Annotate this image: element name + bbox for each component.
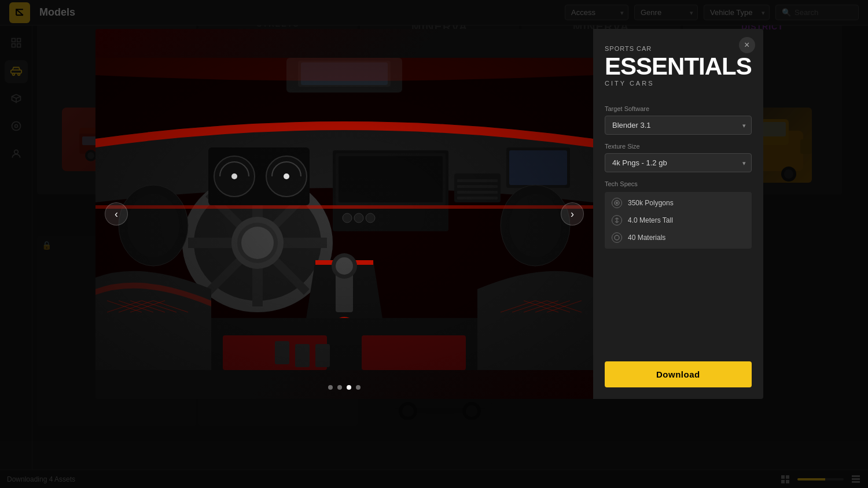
texture-size-wrapper: 4k Pngs - 1.2 gb 2k Pngs - 600 mb 1k Png… — [605, 153, 752, 172]
carousel-dot-2[interactable] — [337, 385, 342, 390]
car-interior-image — [95, 58, 593, 370]
carousel-dot-1[interactable] — [328, 385, 333, 390]
product-subtitle: Sports Car — [605, 45, 752, 52]
height-value: 4.0 Meters Tall — [628, 216, 673, 224]
modal-overlay: ‹ › × Sports Car ESSENTIALS CITY CARS Ta… — [0, 0, 868, 488]
materials-value: 40 Materials — [628, 234, 665, 242]
product-category: CITY CARS — [605, 80, 752, 87]
polygons-value: 350k Polygons — [628, 199, 674, 207]
target-software-label: Target Software — [605, 105, 752, 112]
tech-spec-polygons: 350k Polygons — [605, 194, 752, 212]
close-icon: × — [744, 40, 749, 50]
tech-specs-label: Tech Specs — [605, 180, 752, 187]
polygons-icon — [612, 198, 622, 208]
modal-image-bg — [95, 29, 593, 399]
tech-specs-box: 350k Polygons 4.0 Meters Tall 40 Materia… — [605, 192, 752, 249]
texture-size-select[interactable]: 4k Pngs - 1.2 gb 2k Pngs - 600 mb 1k Png… — [605, 153, 752, 172]
carousel-next-button[interactable]: › — [561, 202, 584, 225]
chevron-right-icon: › — [571, 208, 574, 220]
texture-size-label: Texture Size — [605, 143, 752, 150]
svg-point-110 — [616, 202, 618, 204]
carousel-dot-3[interactable] — [347, 385, 351, 390]
carousel-dot-4[interactable] — [356, 385, 361, 390]
target-software-wrapper: Blender 3.1 Unity Unreal Engine Cinema 4… — [605, 116, 752, 135]
svg-point-112 — [615, 235, 619, 240]
target-software-select[interactable]: Blender 3.1 Unity Unreal Engine Cinema 4… — [605, 116, 752, 135]
modal-image-panel: ‹ › — [95, 29, 593, 399]
download-button[interactable]: Download — [605, 361, 752, 387]
product-title: ESSENTIALS — [605, 54, 752, 79]
tech-spec-height: 4.0 Meters Tall — [605, 212, 752, 229]
carousel-dots — [328, 385, 361, 390]
materials-icon — [612, 232, 622, 243]
modal-close-button[interactable]: × — [739, 37, 755, 53]
product-modal: ‹ › × Sports Car ESSENTIALS CITY CARS Ta… — [95, 29, 749, 399]
chevron-left-icon: ‹ — [115, 208, 118, 220]
modal-info-panel: × Sports Car ESSENTIALS CITY CARS Target… — [593, 29, 763, 399]
svg-rect-108 — [95, 58, 593, 370]
height-icon — [612, 215, 622, 225]
tech-spec-materials: 40 Materials — [605, 229, 752, 246]
carousel-prev-button[interactable]: ‹ — [105, 202, 128, 225]
